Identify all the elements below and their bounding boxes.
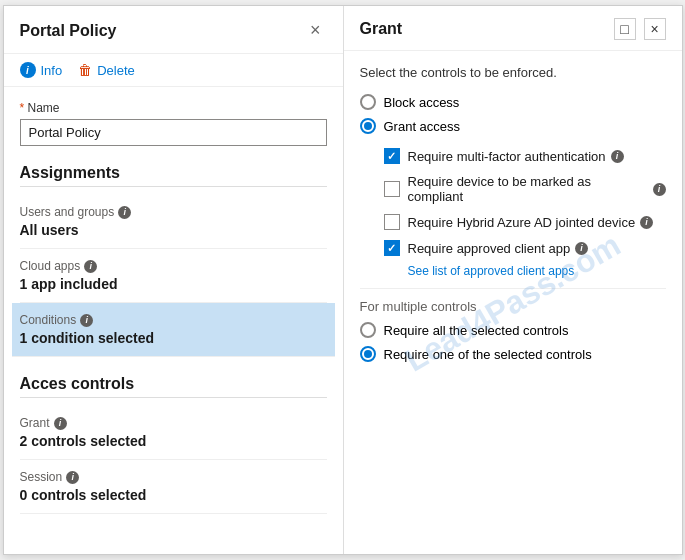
require-one-radio[interactable]: Require one of the selected controls — [360, 346, 666, 362]
session-value: 0 controls selected — [20, 487, 327, 503]
left-panel-body: * Name Assignments Users and groups i Al… — [4, 87, 343, 554]
grant-label: Grant i — [20, 416, 327, 430]
block-access-label: Block access — [384, 95, 460, 110]
checkbox-1-info-icon: i — [653, 183, 666, 196]
require-all-radio-circle — [360, 322, 376, 338]
name-input[interactable] — [20, 119, 327, 146]
session-item[interactable]: Session i 0 controls selected — [20, 460, 327, 514]
users-groups-label: Users and groups i — [20, 205, 327, 219]
require-one-radio-circle — [360, 346, 376, 362]
multiple-controls-radio-group: Require all the selected controls Requir… — [360, 322, 666, 362]
right-panel-header: Grant □ × — [344, 6, 682, 51]
block-access-radio[interactable]: Block access — [360, 94, 666, 110]
multiple-controls-label: For multiple controls — [360, 299, 666, 314]
checkbox-label-3: Require approved client app i — [408, 241, 589, 256]
checkbox-2-info-icon: i — [640, 216, 653, 229]
access-radio-group: Block access Grant access — [360, 94, 666, 134]
cloud-apps-info-icon: i — [84, 260, 97, 273]
grant-value: 2 controls selected — [20, 433, 327, 449]
checkbox-label-0: Require multi-factor authentication i — [408, 149, 624, 164]
delete-icon: 🗑 — [78, 62, 92, 78]
name-label-text: Name — [28, 101, 60, 115]
info-label: Info — [41, 63, 63, 78]
conditions-item[interactable]: Conditions i 1 condition selected — [12, 303, 335, 357]
checkbox-item-0[interactable]: Require multi-factor authentication i — [384, 148, 666, 164]
right-panel-body: Lead4Pass.com Select the controls to be … — [344, 51, 682, 554]
info-icon: i — [20, 62, 36, 78]
checkbox-3 — [384, 240, 400, 256]
require-all-label: Require all the selected controls — [384, 323, 569, 338]
require-one-label: Require one of the selected controls — [384, 347, 592, 362]
acces-controls-section: Acces controls Grant i 2 controls select… — [20, 375, 327, 514]
assignments-section-title: Assignments — [20, 164, 327, 187]
checkbox-item-2[interactable]: Require Hybrid Azure AD jointed device i — [384, 214, 666, 230]
right-header-actions: □ × — [614, 18, 666, 40]
conditions-label: Conditions i — [20, 313, 327, 327]
delete-button[interactable]: 🗑 Delete — [78, 62, 135, 78]
right-panel: Grant □ × Lead4Pass.com Select the contr… — [344, 6, 682, 554]
checkbox-item-1[interactable]: Require device to be marked as compliant… — [384, 174, 666, 204]
users-groups-value: All users — [20, 222, 327, 238]
required-marker: * — [20, 101, 28, 115]
conditions-value: 1 condition selected — [20, 330, 327, 346]
grant-subtitle: Select the controls to be enforced. — [360, 65, 666, 80]
session-label: Session i — [20, 470, 327, 484]
cloud-apps-item[interactable]: Cloud apps i 1 app included — [20, 249, 327, 303]
block-access-radio-circle — [360, 94, 376, 110]
require-all-radio[interactable]: Require all the selected controls — [360, 322, 666, 338]
right-close-button[interactable]: × — [644, 18, 666, 40]
name-field-label: * Name — [20, 101, 327, 115]
toolbar: i Info 🗑 Delete — [4, 54, 343, 87]
left-panel-title: Portal Policy — [20, 22, 117, 40]
checkbox-label-2: Require Hybrid Azure AD jointed device i — [408, 215, 654, 230]
checkbox-item-3[interactable]: Require approved client app i — [384, 240, 666, 256]
grant-access-radio[interactable]: Grant access — [360, 118, 666, 134]
session-info-icon: i — [66, 471, 79, 484]
info-button[interactable]: i Info — [20, 62, 63, 78]
checkbox-1 — [384, 181, 400, 197]
cloud-apps-label: Cloud apps i — [20, 259, 327, 273]
grant-access-label: Grant access — [384, 119, 461, 134]
cloud-apps-value: 1 app included — [20, 276, 327, 292]
left-panel: Portal Policy × i Info 🗑 Delete * Name A… — [4, 6, 344, 554]
grant-info-icon: i — [54, 417, 67, 430]
right-panel-title: Grant — [360, 20, 403, 38]
checkbox-0 — [384, 148, 400, 164]
conditions-info-icon: i — [80, 314, 93, 327]
users-groups-info-icon: i — [118, 206, 131, 219]
grant-checkbox-group: Require multi-factor authentication i Re… — [384, 148, 666, 256]
approved-apps-link[interactable]: See list of approved client apps — [408, 264, 666, 278]
grant-item[interactable]: Grant i 2 controls selected — [20, 406, 327, 460]
left-close-button[interactable]: × — [304, 18, 327, 43]
checkbox-3-info-icon: i — [575, 242, 588, 255]
divider — [360, 288, 666, 289]
checkbox-0-info-icon: i — [611, 150, 624, 163]
grant-access-radio-circle — [360, 118, 376, 134]
checkbox-2 — [384, 214, 400, 230]
users-groups-item[interactable]: Users and groups i All users — [20, 195, 327, 249]
checkbox-label-1: Require device to be marked as compliant… — [408, 174, 666, 204]
maximize-button[interactable]: □ — [614, 18, 636, 40]
left-panel-header: Portal Policy × — [4, 6, 343, 54]
acces-controls-title: Acces controls — [20, 375, 327, 398]
delete-label: Delete — [97, 63, 135, 78]
